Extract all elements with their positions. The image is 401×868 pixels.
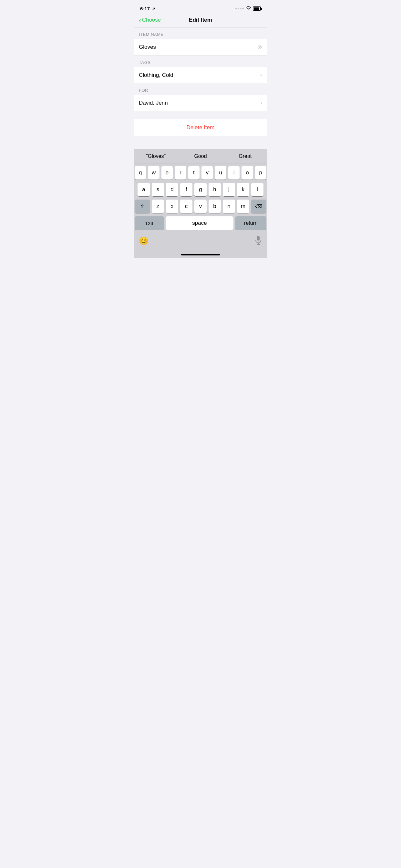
status-icons	[235, 6, 261, 11]
delete-label: Delete Item	[187, 124, 215, 131]
key-b[interactable]: b	[209, 199, 221, 213]
key-c[interactable]: c	[180, 199, 192, 213]
delete-section: Delete Item	[134, 119, 267, 136]
key-t[interactable]: t	[188, 166, 199, 180]
key-x[interactable]: x	[166, 199, 178, 213]
chevron-left-icon: ‹	[139, 17, 141, 23]
space-key[interactable]: space	[166, 216, 234, 230]
for-row[interactable]: David, Jenn ›	[134, 95, 267, 111]
status-bar: 6:17 ↗	[134, 0, 267, 14]
page-title: Edit Item	[189, 17, 212, 23]
svg-rect-0	[257, 236, 259, 241]
mic-key[interactable]	[254, 236, 262, 246]
clear-button[interactable]: ⊗	[257, 43, 262, 51]
battery-icon	[253, 6, 261, 11]
key-q[interactable]: q	[135, 166, 146, 180]
tags-label: TAGS	[139, 60, 150, 65]
key-a[interactable]: a	[137, 183, 150, 196]
tags-value: Clothing, Cold	[139, 72, 258, 79]
tags-section: Clothing, Cold ›	[134, 67, 267, 83]
delete-key[interactable]: ⌫	[251, 199, 266, 213]
home-bar	[181, 254, 220, 255]
return-key[interactable]: return	[235, 216, 266, 230]
keyboard-area: "Gloves" Good Great q w e r t y u i o p …	[134, 149, 267, 258]
item-name-input[interactable]	[139, 44, 255, 51]
key-j[interactable]: j	[223, 183, 235, 196]
key-s[interactable]: s	[152, 183, 164, 196]
keyboard-row-4: 123 space return	[135, 216, 266, 230]
keyboard-row-2: a s d f g h j k l	[135, 183, 266, 196]
predictive-item-1[interactable]: "Gloves"	[134, 149, 178, 163]
for-section-header: FOR	[134, 83, 267, 95]
key-d[interactable]: d	[166, 183, 178, 196]
key-u[interactable]: u	[215, 166, 226, 180]
key-n[interactable]: n	[223, 199, 235, 213]
back-button[interactable]: ‹ Choose	[139, 17, 161, 23]
key-w[interactable]: w	[148, 166, 159, 180]
item-name-label: ITEM NAME	[139, 32, 164, 37]
keyboard-row-3: ⇧ z x c v b n m ⌫	[135, 199, 266, 213]
shift-key[interactable]: ⇧	[135, 199, 150, 213]
predictive-bar: "Gloves" Good Great	[134, 149, 267, 163]
predictive-item-3[interactable]: Great	[223, 149, 267, 163]
status-time: 6:17 ↗	[140, 6, 155, 11]
bottom-bar: 😊	[134, 235, 267, 252]
keyboard-row-1: q w e r t y u i o p	[135, 166, 266, 180]
tags-row[interactable]: Clothing, Cold ›	[134, 67, 267, 83]
key-y[interactable]: y	[202, 166, 213, 180]
tags-section-header: TAGS	[134, 56, 267, 67]
key-i[interactable]: i	[228, 166, 240, 180]
key-r[interactable]: r	[175, 166, 186, 180]
chevron-right-icon: ›	[260, 72, 262, 79]
delete-button[interactable]: Delete Item	[134, 119, 267, 136]
key-o[interactable]: o	[242, 166, 253, 180]
item-name-section: ⊗	[134, 39, 267, 56]
emoji-key[interactable]: 😊	[139, 237, 149, 245]
chevron-right-icon-2: ›	[260, 99, 262, 106]
item-name-row: ⊗	[134, 39, 267, 56]
key-m[interactable]: m	[237, 199, 249, 213]
key-v[interactable]: v	[194, 199, 207, 213]
signal-icon	[235, 8, 244, 9]
numbers-key[interactable]: 123	[135, 216, 164, 230]
for-label: FOR	[139, 88, 148, 93]
key-k[interactable]: k	[237, 183, 249, 196]
key-l[interactable]: l	[251, 183, 264, 196]
item-name-section-header: ITEM NAME	[134, 27, 267, 39]
keyboard: q w e r t y u i o p a s d f g h j k l ⇧ …	[134, 163, 267, 235]
for-value: David, Jenn	[139, 100, 258, 106]
key-f[interactable]: f	[180, 183, 192, 196]
key-e[interactable]: e	[161, 166, 173, 180]
nav-bar: ‹ Choose Edit Item	[134, 14, 267, 27]
predictive-item-2[interactable]: Good	[178, 149, 222, 163]
key-h[interactable]: h	[209, 183, 221, 196]
for-section: David, Jenn ›	[134, 95, 267, 111]
back-label: Choose	[142, 17, 161, 23]
home-indicator	[134, 252, 267, 258]
key-g[interactable]: g	[194, 183, 207, 196]
key-z[interactable]: z	[152, 199, 164, 213]
key-p[interactable]: p	[255, 166, 266, 180]
wifi-icon	[246, 6, 251, 11]
